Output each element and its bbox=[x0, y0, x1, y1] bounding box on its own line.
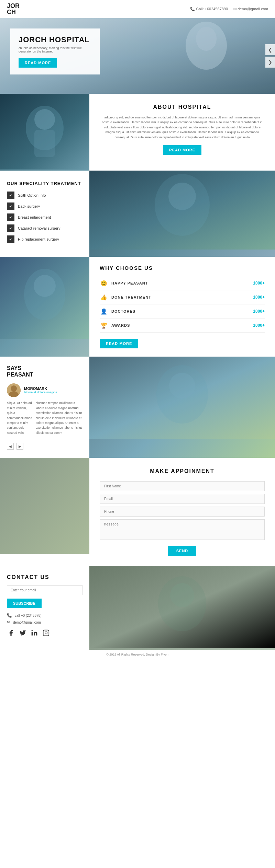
email-contact: ✉ demo@gmail.com bbox=[233, 7, 268, 11]
contact-phone: 📞 call +0 (2345678) bbox=[7, 613, 82, 618]
check-icon: ✓ bbox=[7, 202, 14, 210]
hero-cta-button[interactable]: READ MORE bbox=[19, 58, 57, 68]
phone-icon: 📞 bbox=[7, 613, 12, 618]
email-address: demo@gmail.com bbox=[238, 7, 268, 11]
why-item-treatment: 👍 DONE TREATMENT 1000+ bbox=[100, 290, 265, 304]
svg-point-12 bbox=[34, 275, 56, 297]
site-footer: © 2022 All Rights Reserved. Design By Fi… bbox=[0, 650, 275, 659]
hero-title: JORCH HOSPITAL bbox=[19, 35, 91, 44]
firstname-input[interactable] bbox=[100, 481, 265, 491]
avatar bbox=[7, 383, 21, 397]
why-title: WHY CHOOSE US bbox=[100, 265, 265, 271]
svg-point-18 bbox=[169, 373, 195, 399]
contact-email: ✉ demo@gmail.com bbox=[7, 620, 82, 625]
speciality-image bbox=[89, 171, 275, 257]
testimonial-author: MOROMARK labore et dolore imagine bbox=[7, 383, 82, 397]
linkedin-icon[interactable] bbox=[30, 629, 38, 637]
testimonial-next-button[interactable]: ▶ bbox=[16, 443, 23, 450]
email-icon: ✉ bbox=[233, 7, 236, 11]
author-name: MOROMARK bbox=[24, 386, 57, 391]
testimonial-text-left: aliqua. Ut enim ad minim veniam, quis a … bbox=[7, 401, 32, 435]
hero-section: JORCH HOSPITAL chunks as necessary, maki… bbox=[0, 18, 275, 94]
testimonial-navigation: ◀ ▶ bbox=[7, 443, 82, 450]
svg-point-14 bbox=[11, 385, 17, 392]
awards-icon: 🏆 bbox=[100, 321, 108, 329]
about-content: ABOUT HOSPITAL adipiscing elit, sed do e… bbox=[89, 94, 275, 171]
contact-section: CONTACT US SUBSCRIBE 📞 call +0 (2345678)… bbox=[0, 566, 275, 650]
social-links bbox=[7, 629, 82, 637]
list-item: ✓ Hip replacement surgery bbox=[7, 235, 82, 243]
testimonials-content: SAYS PEASANT MOROMARK labore et dolore i… bbox=[0, 357, 89, 458]
why-item-doctors: 👤 DOCTORES 1000+ bbox=[100, 304, 265, 319]
phone-icon: 📞 bbox=[190, 7, 195, 11]
about-cta-button[interactable]: READ MORE bbox=[163, 145, 201, 155]
about-section: ABOUT HOSPITAL adipiscing elit, sed do e… bbox=[0, 94, 275, 171]
hero-card: JORCH HOSPITAL chunks as necessary, maki… bbox=[10, 28, 100, 74]
about-title: ABOUT HOSPITAL bbox=[100, 104, 265, 110]
speciality-item-label: Back surgery bbox=[18, 204, 40, 208]
hero-prev-button[interactable]: ❮ bbox=[265, 44, 275, 55]
list-item: ✓ Breast enlargement bbox=[7, 213, 82, 221]
logo: JOR CH bbox=[7, 3, 20, 15]
contact-content: CONTACT US SUBSCRIBE 📞 call +0 (2345678)… bbox=[0, 566, 89, 650]
happy-label: HAPPY PEASANT bbox=[111, 281, 148, 285]
phone-contact: 📞 Call: +6024567890 bbox=[190, 7, 228, 11]
footer-text: © 2022 All Rights Reserved. Design By Fi… bbox=[106, 653, 169, 656]
phone-number: Call: +6024567890 bbox=[196, 7, 228, 11]
twitter-icon[interactable] bbox=[19, 629, 27, 637]
phone-input[interactable] bbox=[100, 507, 265, 517]
message-textarea[interactable] bbox=[100, 519, 265, 540]
awards-label: AWARDS bbox=[111, 323, 130, 327]
list-item: ✓ Sixth Option Info bbox=[7, 192, 82, 199]
doctors-label: DOCTORES bbox=[111, 309, 135, 313]
speciality-item-label: Sixth Option Info bbox=[18, 193, 46, 197]
contact-title: CONTACT US bbox=[7, 574, 82, 580]
awards-count: 1000+ bbox=[253, 323, 265, 328]
why-image bbox=[0, 257, 89, 357]
testimonials-section: SAYS PEASANT MOROMARK labore et dolore i… bbox=[0, 357, 275, 458]
email-input[interactable] bbox=[100, 494, 265, 504]
hero-next-button[interactable]: ❯ bbox=[265, 57, 275, 68]
speciality-section: OUR SPECIALITY TREATMENT ✓ Sixth Option … bbox=[0, 171, 275, 257]
contact-email-input[interactable] bbox=[7, 585, 82, 595]
speciality-content: OUR SPECIALITY TREATMENT ✓ Sixth Option … bbox=[0, 171, 89, 257]
svg-rect-21 bbox=[43, 630, 49, 636]
appointment-content: MAKE APPOINMENT SEND bbox=[89, 458, 275, 566]
treatment-count: 1000+ bbox=[253, 295, 265, 300]
email-icon: ✉ bbox=[7, 620, 10, 625]
list-item: ✓ Cataract removal surgery bbox=[7, 224, 82, 232]
subscribe-button[interactable]: SUBSCRIBE bbox=[7, 599, 42, 608]
contact-email-address: demo@gmail.com bbox=[13, 621, 41, 624]
why-content: WHY CHOOSE US 😊 HAPPY PEASANT 1000+ 👍 DO… bbox=[89, 257, 275, 357]
svg-point-2 bbox=[196, 27, 217, 51]
svg-point-20 bbox=[32, 630, 33, 631]
speciality-item-label: Breast enlargement bbox=[18, 215, 51, 219]
svg-point-25 bbox=[170, 583, 194, 607]
about-description: adipiscing elit, sed do eiusmod tempor i… bbox=[100, 115, 265, 140]
appointment-title: MAKE APPOINMENT bbox=[100, 468, 265, 474]
facebook-icon[interactable] bbox=[7, 629, 15, 637]
testimonials-title: SAYS PEASANT bbox=[7, 365, 82, 378]
svg-rect-19 bbox=[0, 458, 89, 554]
check-icon: ✓ bbox=[7, 213, 14, 221]
send-button[interactable]: SEND bbox=[168, 546, 197, 556]
why-item-happy: 😊 HAPPY PEASANT 1000+ bbox=[100, 276, 265, 290]
testimonial-text-right: eiusmod tempor incididunt ut labore et d… bbox=[36, 401, 82, 435]
appointment-section: MAKE APPOINMENT SEND bbox=[0, 458, 275, 566]
happy-icon: 😊 bbox=[100, 279, 108, 287]
doctors-icon: 👤 bbox=[100, 307, 108, 315]
doctors-count: 1000+ bbox=[253, 309, 265, 314]
site-header: JOR CH 📞 Call: +6024567890 ✉ demo@gmail.… bbox=[0, 0, 275, 18]
header-contact: 📞 Call: +6024567890 ✉ demo@gmail.com bbox=[190, 7, 268, 11]
contact-image bbox=[89, 566, 275, 650]
testimonials-image bbox=[89, 357, 275, 458]
about-image bbox=[0, 94, 89, 171]
svg-point-5 bbox=[34, 109, 55, 130]
check-icon: ✓ bbox=[7, 224, 14, 232]
instagram-icon[interactable] bbox=[42, 629, 50, 637]
why-cta-button[interactable]: READ MORE bbox=[100, 339, 138, 348]
hero-subtitle: chunks as necessary, making this the fir… bbox=[19, 46, 91, 53]
list-item: ✓ Back surgery bbox=[7, 202, 82, 210]
testimonial-prev-button[interactable]: ◀ bbox=[7, 443, 14, 450]
why-choose-section: WHY CHOOSE US 😊 HAPPY PEASANT 1000+ 👍 DO… bbox=[0, 257, 275, 357]
